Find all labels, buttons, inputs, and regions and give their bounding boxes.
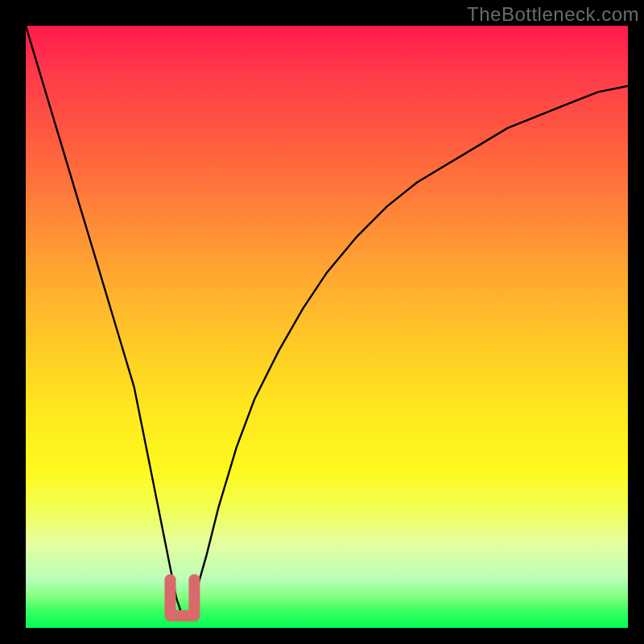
bottleneck-curve: [26, 26, 628, 616]
watermark-text: TheBottleneck.com: [467, 3, 639, 26]
base-highlight-marker: [171, 580, 195, 616]
chart-area: [26, 26, 628, 628]
chart-svg: [26, 26, 628, 628]
